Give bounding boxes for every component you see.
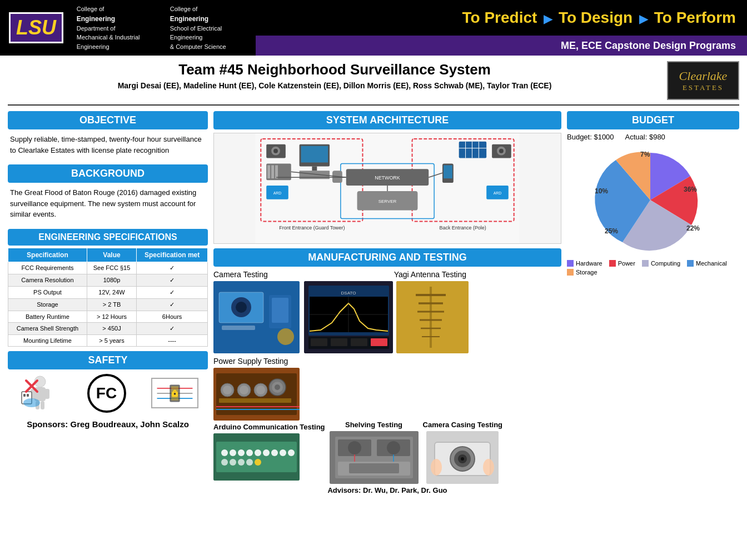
svg-rect-87 [396, 281, 469, 353]
svg-point-112 [288, 449, 295, 456]
svg-rect-66 [222, 326, 255, 330]
camera-testing-label: Camera Testing [213, 270, 300, 279]
svg-rect-28 [271, 165, 274, 178]
table-row: Battery Runtime > 12 Hours 6Hours [8, 311, 208, 322]
table-row: Camera Resolution 1080p ✓ [8, 274, 208, 286]
svg-point-107 [246, 449, 253, 456]
title-text: Team #45 Neighborhood Surveillance Syste… [8, 61, 661, 92]
power-supply-label: Power Supply Testing [213, 357, 325, 366]
table-row: PS Output 12V, 24W ✓ [8, 286, 208, 298]
background-section: BACKGROUND The Great Flood of Baton Roug… [8, 164, 208, 224]
pie-legend: Hardware Power Computing Mechanical [567, 258, 739, 278]
team-members: Margi Desai (EE), Madeline Hunt (EE), Co… [8, 81, 661, 92]
col-right: BUDGET Budget: $1000 Actual: $980 [567, 111, 739, 549]
spec-value: 12V, 24W [87, 286, 136, 298]
arduino-label: Arduino Communication Testing [213, 423, 325, 431]
budget-label: Budget: $1000 [567, 133, 614, 141]
mfg-photos-area: Camera Testing [213, 270, 561, 353]
header: LSU College of Engineering Department of… [0, 0, 747, 56]
svg-text:ARD: ARD [273, 191, 282, 195]
svg-point-91 [223, 386, 232, 394]
college1-dept: Engineering [77, 14, 163, 24]
legend-storage: Storage [567, 269, 597, 276]
college1-info: College of Engineering Department of Mec… [71, 4, 163, 51]
objective-header: OBJECTIVE [8, 111, 208, 129]
svg-rect-125 [349, 463, 399, 473]
svg-text:25%: 25% [605, 227, 618, 235]
objective-section: OBJECTIVE Supply reliable, time-stamped,… [8, 111, 208, 160]
legend-mechanical: Mechanical [687, 260, 727, 267]
spec-name: FCC Requirements [8, 262, 87, 274]
sponsors-text: Sponsors: Greg Boudreaux, John Scalzo [8, 417, 208, 431]
svg-point-25 [273, 149, 278, 153]
svg-point-117 [255, 459, 261, 466]
computing-label: Computing [651, 260, 680, 267]
spec-met: ✓ [137, 322, 208, 334]
table-row: Storage > 2 TB ✓ [8, 298, 208, 311]
college2-line2: Engineering [170, 14, 247, 24]
yagi-antenna-img [396, 281, 469, 353]
power-supply-col: Power Supply Testing [213, 357, 325, 481]
mechanical-swatch [687, 260, 694, 267]
safety-circuit-icon [151, 378, 198, 408]
svg-rect-40 [459, 142, 487, 158]
title-section: Team #45 Neighborhood Surveillance Syste… [8, 61, 739, 106]
shelving-img [330, 431, 419, 484]
svg-rect-5 [41, 401, 44, 409]
svg-point-109 [263, 449, 270, 456]
spec-name: Camera Resolution [8, 274, 87, 286]
svg-text:Front Entrance (Guard Tower): Front Entrance (Guard Tower) [279, 225, 345, 231]
spec-value: > 5 years [87, 334, 136, 346]
system-arch-section: SYSTEM ARCHITECTURE [213, 111, 561, 244]
power-supply-img [213, 368, 300, 421]
tagline-arrow2: ▶ [639, 13, 648, 25]
computing-swatch [642, 260, 649, 267]
spec-name: Battery Runtime [8, 311, 87, 322]
svg-point-113 [221, 459, 228, 466]
svg-rect-7 [23, 394, 26, 397]
college1-line1: College of [77, 4, 163, 14]
svg-rect-75 [311, 338, 327, 346]
camera-testing-img [213, 281, 300, 353]
svg-point-115 [238, 459, 245, 466]
fcc-icon: FC [87, 374, 126, 413]
arch-image: ARD ARD [213, 133, 561, 244]
svg-point-98 [275, 384, 280, 390]
specs-section: ENGINEERING SPECIFICATIONS Specification… [8, 229, 208, 347]
budget-section: BUDGET Budget: $1000 Actual: $980 [567, 111, 739, 278]
svg-text:22%: 22% [686, 224, 700, 232]
spec-value: > 450J [87, 322, 136, 334]
svg-point-116 [246, 459, 253, 466]
svg-rect-101 [219, 398, 291, 403]
casing-label: Camera Casing Testing [423, 421, 503, 429]
svg-point-124 [387, 441, 400, 454]
svg-rect-3 [44, 389, 49, 399]
col-met: Specification met [137, 248, 208, 262]
lsu-logo: LSU [9, 12, 63, 43]
camera-testing-col: Camera Testing [213, 270, 300, 353]
spec-met: ✓ [137, 298, 208, 311]
svg-text:Back Entrance (Pole): Back Entrance (Pole) [440, 225, 486, 231]
svg-point-106 [238, 449, 245, 456]
casing-col: Camera Casing Testing [423, 357, 503, 484]
svg-rect-103 [216, 442, 297, 472]
shelving-col: Shelving Testing [330, 357, 419, 484]
spec-met: ✓ [137, 274, 208, 286]
spec-name: Storage [8, 298, 87, 311]
hardware-swatch [567, 260, 574, 267]
content-grid: OBJECTIVE Supply reliable, time-stamped,… [8, 111, 739, 549]
spec-value: See FCC §15 [87, 262, 136, 274]
program-title: ME, ECE Capstone Design Programs [561, 40, 736, 52]
background-content: The Great Flood of Baton Rouge (2016) da… [8, 183, 208, 224]
specs-header: ENGINEERING SPECIFICATIONS [8, 229, 208, 246]
table-row: FCC Requirements See FCC §15 ✓ [8, 262, 208, 274]
yagi-images: DSATO [304, 281, 469, 353]
svg-point-135 [483, 459, 494, 476]
svg-text:SERVER: SERVER [379, 199, 397, 204]
college2-school: School of Electrical Engineering [170, 24, 247, 42]
project-title: Team #45 Neighborhood Surveillance Syste… [8, 61, 661, 78]
svg-rect-48 [444, 165, 452, 178]
shelving-label: Shelving Testing [330, 421, 419, 429]
arduino-img [213, 433, 300, 481]
svg-rect-31 [301, 146, 328, 163]
